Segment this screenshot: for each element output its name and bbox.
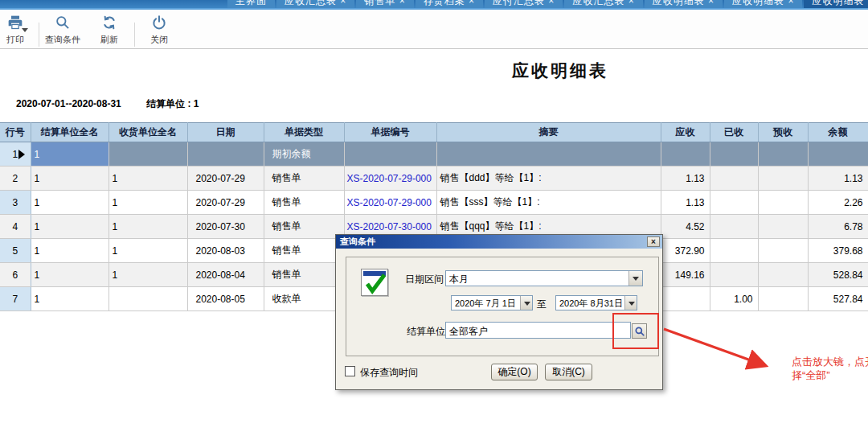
dialog-title[interactable]: 查询条件	[336, 235, 662, 249]
cancel-button[interactable]: 取消(C)	[545, 364, 592, 380]
ok-button[interactable]: 确定(O)	[491, 364, 538, 380]
cell-receivable	[661, 287, 710, 311]
cell-date: 2020-07-29	[187, 191, 264, 215]
date-from-value: 2020年 7月 1日	[455, 298, 519, 310]
cell-receiver-name: 1	[108, 167, 187, 191]
column-header[interactable]: 已收	[710, 123, 758, 142]
column-header[interactable]: 结算单位全名	[31, 123, 108, 142]
tab-应收明细表[interactable]: 应收明细表 ×	[724, 0, 802, 10]
cell-doc-type: 销售单	[264, 191, 344, 215]
column-header[interactable]: 日期	[187, 123, 264, 142]
print-dropdown-caret-icon[interactable]	[22, 28, 28, 35]
row-number: 4	[0, 215, 31, 239]
tab-应收明细表[interactable]: 应收明细表	[804, 0, 868, 10]
column-header[interactable]: 收货单位全名	[108, 123, 187, 142]
column-header[interactable]: 应收	[661, 123, 710, 142]
annotation-arrow-icon	[651, 318, 812, 394]
cell-unit-name: 1	[31, 263, 108, 287]
settle-unit-input[interactable]: 全部客户	[445, 322, 631, 339]
chevron-down-icon[interactable]	[624, 296, 637, 310]
power-icon	[141, 14, 178, 32]
to-label: 至	[537, 298, 547, 311]
cell-doc-no[interactable]: XS-2020-07-29-000	[344, 167, 436, 191]
date-range-label: 日期区间	[405, 273, 444, 286]
report-info-line: 2020-07-01--2020-08-31 结算单位 : 1	[16, 97, 199, 111]
column-header[interactable]: 单据编号	[344, 123, 436, 142]
column-header[interactable]: 摘要	[436, 123, 661, 142]
cell-prepaid	[758, 142, 808, 167]
cell-unit-name: 1	[31, 142, 108, 167]
query-conditions-button[interactable]: 查询条件	[41, 14, 84, 47]
annotation-highlight-box	[612, 313, 659, 349]
table-row[interactable]: 11期初余额	[0, 142, 868, 167]
refresh-button[interactable]: 刷新	[91, 14, 128, 47]
cell-receiver-name	[108, 287, 187, 311]
tab-存货档案[interactable]: 存货档案 ×	[416, 0, 483, 10]
tab-bar: 主界面应收汇总表 ×销售单 ×存货档案 ×应付汇总表 ×应收汇总表 ×应收明细表…	[0, 0, 868, 10]
cell-received	[710, 239, 758, 263]
tab-应付汇总表[interactable]: 应付汇总表 ×	[485, 0, 563, 10]
cell-unit-name: 1	[31, 287, 108, 311]
table-row[interactable]: 3112020-07-29销售单XS-2020-07-29-000销售【sss】…	[0, 191, 868, 215]
row-number: 1	[0, 142, 31, 167]
tab-销售单[interactable]: 销售单 ×	[356, 0, 413, 10]
date-from-picker[interactable]: 2020年 7月 1日	[451, 295, 533, 310]
row-number: 5	[0, 239, 31, 263]
dialog-close-icon[interactable]: ×	[647, 236, 660, 247]
tab-应收汇总表[interactable]: 应收汇总表 ×	[276, 0, 354, 10]
chevron-down-icon[interactable]	[628, 271, 642, 286]
date-to-value: 2020年 8月31日	[559, 298, 624, 310]
date-range-select[interactable]: 本月	[445, 270, 643, 286]
row-number: 7	[0, 287, 31, 311]
chevron-down-icon[interactable]	[520, 296, 532, 310]
tab-应收明细表[interactable]: 应收明细表 ×	[645, 0, 723, 10]
print-button[interactable]: 打印	[0, 14, 34, 47]
cell-receivable: 4.52	[661, 215, 710, 239]
cell-doc-type: 期初余额	[264, 142, 344, 167]
cell-balance: 527.84	[808, 287, 868, 311]
cell-receiver-name: 1	[108, 191, 187, 215]
tab-主界面[interactable]: 主界面	[227, 0, 275, 10]
save-query-label: 保存查询时间	[360, 366, 418, 380]
cell-prepaid	[758, 191, 808, 215]
cell-receivable: 149.16	[661, 263, 710, 287]
cell-unit-name: 1	[31, 239, 108, 263]
row-number: 2	[0, 167, 31, 191]
refresh-icon	[91, 14, 128, 32]
cell-balance: 6.78	[808, 215, 868, 239]
table-row[interactable]: 2112020-07-29销售单XS-2020-07-29-000销售【ddd】…	[0, 167, 868, 191]
settle-unit-label: 结算单位	[407, 325, 445, 339]
cell-received	[710, 215, 758, 239]
cell-balance: 528.84	[808, 263, 868, 287]
table-header-row: 行号结算单位全名收货单位全名日期单据类型单据编号摘要应收已收预收余额	[0, 123, 868, 142]
cell-received: 1.00	[710, 287, 758, 311]
cell-doc-no[interactable]: XS-2020-07-29-000	[344, 191, 436, 215]
cell-prepaid	[758, 167, 808, 191]
annotation-line1: 点击放大镜，点开选	[792, 355, 868, 368]
cell-date: 2020-07-29	[187, 167, 264, 191]
cell-doc-type: 收款单	[264, 287, 344, 311]
cell-doc-type: 销售单	[264, 239, 344, 263]
save-query-checkbox[interactable]	[345, 366, 355, 376]
cell-date: 2020-08-04	[187, 263, 264, 287]
tab-label: 应收明细表 ×	[653, 0, 714, 9]
column-header[interactable]: 余额	[808, 123, 868, 142]
annotation-line2: 择“全部”	[792, 368, 868, 382]
date-to-picker[interactable]: 2020年 8月31日	[555, 295, 637, 310]
search-icon	[41, 14, 84, 32]
column-header[interactable]: 单据类型	[264, 123, 344, 142]
cell-balance: 2.26	[808, 191, 868, 215]
column-header[interactable]: 行号	[0, 123, 31, 142]
cell-received	[710, 263, 758, 287]
cell-doc-type: 销售单	[264, 263, 344, 287]
column-header[interactable]: 预收	[758, 123, 808, 142]
refresh-label: 刷新	[100, 35, 118, 44]
query-conditions-label: 查询条件	[45, 35, 80, 44]
date-range-value: 本月	[449, 273, 628, 286]
cell-balance: 379.68	[808, 239, 868, 263]
cell-receiver-name: 1	[108, 239, 187, 263]
tab-应收汇总表[interactable]: 应收汇总表 ×	[564, 0, 642, 10]
cell-doc-type: 销售单	[264, 167, 344, 191]
close-button[interactable]: 关闭	[141, 14, 178, 47]
cell-doc-no	[344, 142, 436, 167]
